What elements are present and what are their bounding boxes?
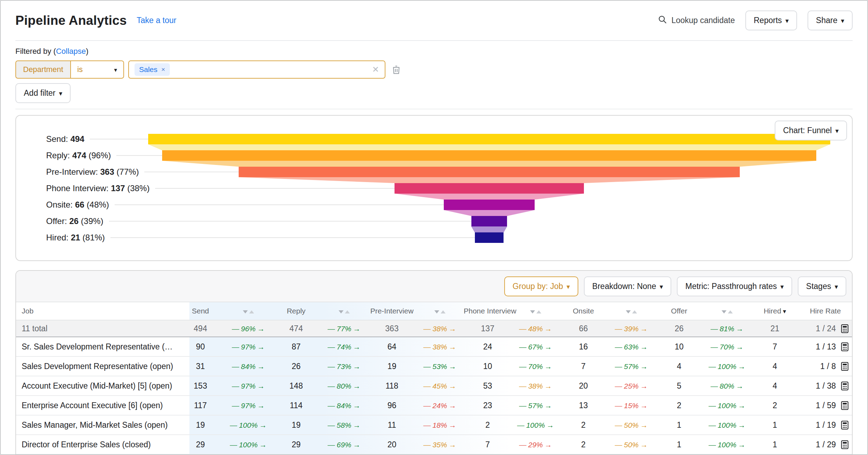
stage-count-cell: 118 — [368, 381, 416, 391]
table-row[interactable]: Director of Enterprise Sales (closed)29—… — [16, 435, 852, 455]
pipeline-table-card: Group by: Job ▾ Breakdown: None ▾ Metric… — [15, 270, 853, 455]
passthrough-cell: —73%→ — [320, 362, 368, 371]
passthrough-cell: —50%→ — [607, 420, 655, 430]
filter-section: Filtered by (Collapse) Department is ▾ S… — [15, 41, 853, 109]
sort-toggle[interactable] — [224, 310, 272, 313]
passthrough-cell: —70%→ — [703, 342, 751, 352]
column-header-hire-rate[interactable]: Hire Rate — [799, 307, 852, 315]
funnel-stage-label: Offer: 26 (39%) — [46, 216, 103, 226]
column-header-job[interactable]: Job — [16, 307, 176, 315]
table-row[interactable]: Enterprise Account Executive [6] (open)1… — [16, 396, 852, 416]
funnel-stage-label: Hired: 21 (81%) — [46, 233, 105, 243]
chevron-down-icon: ▾ — [835, 128, 839, 134]
funnel-bar-offer[interactable] — [471, 216, 507, 226]
calculator-icon[interactable] — [840, 342, 849, 352]
chart-type-dropdown[interactable]: Chart: Funnel ▾ — [775, 121, 847, 140]
filter-value-input[interactable]: Sales × ✕ — [128, 60, 385, 79]
sort-toggle[interactable] — [320, 310, 368, 313]
table-row[interactable]: Sales Manager, Mid-Market Sales (open)19… — [16, 416, 852, 435]
stage-count-cell: 16 — [559, 342, 607, 352]
share-button[interactable]: Share ▾ — [808, 10, 853, 30]
lookup-candidate-button[interactable]: Lookup candidate — [658, 15, 735, 26]
table-row[interactable]: Account Executive (Mid-Market) [5] (open… — [16, 376, 852, 396]
funnel-bar-onsite[interactable] — [444, 200, 535, 210]
column-header-phone-interview[interactable]: Phone Interview — [464, 307, 512, 315]
chevron-down-icon: ▾ — [786, 17, 789, 24]
breakdown-dropdown[interactable]: Breakdown: None ▾ — [584, 276, 671, 296]
passthrough-cell: —38%→ — [416, 342, 464, 352]
leader-line — [155, 188, 395, 189]
calculator-icon[interactable] — [840, 362, 849, 371]
column-header-send[interactable]: Send — [176, 307, 224, 315]
stage-count-cell: 10 — [464, 362, 512, 371]
passthrough-cell: —58%→ — [320, 420, 368, 430]
calculator-icon[interactable] — [840, 381, 849, 391]
delete-filter-button[interactable] — [391, 60, 402, 79]
column-header-onsite[interactable]: Onsite — [559, 307, 607, 315]
sort-toggle[interactable] — [607, 310, 655, 313]
passthrough-cell: —29%→ — [512, 440, 559, 449]
funnel-bar-phone-interview[interactable] — [395, 183, 584, 194]
add-filter-button[interactable]: Add filter ▾ — [15, 83, 71, 103]
calculator-icon[interactable] — [840, 401, 849, 410]
stage-count-cell: 137 — [464, 324, 512, 333]
stages-dropdown[interactable]: Stages ▾ — [798, 276, 846, 296]
funnel-chart-card: Chart: Funnel ▾ Send: 494Reply: 474 (96%… — [15, 115, 853, 261]
filter-operator-dropdown[interactable]: is ▾ — [71, 60, 124, 79]
funnel-label-row: Phone Interview: 137 (38%) — [46, 183, 395, 194]
chevron-down-icon: ▾ — [114, 67, 117, 73]
funnel-bar-reply[interactable] — [162, 150, 817, 161]
collapse-link[interactable]: Collapse — [56, 47, 86, 56]
clear-filter-icon[interactable]: ✕ — [372, 65, 379, 74]
take-a-tour-link[interactable]: Take a tour — [137, 16, 176, 25]
funnel-label-row: Send: 494 — [46, 133, 148, 145]
remove-chip-icon[interactable]: × — [161, 66, 165, 73]
stage-count-cell: 2 — [559, 420, 607, 430]
passthrough-cell: —100%→ — [703, 420, 751, 430]
passthrough-cell: —18%→ — [416, 420, 464, 430]
stage-count-cell: 494 — [176, 324, 224, 333]
column-header-offer[interactable]: Offer — [655, 307, 703, 315]
leader-line — [110, 237, 475, 238]
passthrough-cell: —100%→ — [703, 440, 751, 449]
funnel-bar-send[interactable] — [148, 134, 830, 144]
table-row[interactable]: Sales Development Representative (open)3… — [16, 357, 852, 376]
sort-desc-icon — [434, 310, 439, 313]
column-header-reply[interactable]: Reply — [272, 307, 320, 315]
sort-toggle[interactable] — [416, 310, 464, 313]
sort-asc-icon — [536, 310, 541, 313]
sort-toggle[interactable] — [512, 310, 559, 313]
passthrough-cell: —45%→ — [416, 381, 464, 391]
stage-count-cell: 4 — [655, 362, 703, 371]
stage-count-cell: 4 — [751, 381, 799, 391]
funnel-stage-label: Reply: 474 (96%) — [46, 151, 111, 160]
stage-count-cell: 363 — [368, 324, 416, 333]
hire-rate-cell: 1 / 29 — [799, 440, 852, 449]
filter-field-selector[interactable]: Department — [15, 60, 71, 79]
lookup-candidate-label: Lookup candidate — [671, 16, 735, 25]
calculator-icon[interactable] — [840, 324, 849, 333]
table-total-row[interactable]: 11 total494—96%→474—77%→363—38%→137—48%→… — [16, 320, 852, 337]
reports-button[interactable]: Reports ▾ — [745, 10, 797, 30]
column-header-hired[interactable]: Hired▾ — [751, 307, 799, 315]
leader-line — [90, 139, 148, 139]
calculator-icon[interactable] — [840, 420, 849, 430]
stage-count-cell: 2 — [559, 440, 607, 449]
table-row[interactable]: Sr. Sales Development Representative (op… — [16, 337, 852, 357]
funnel-bar-hired[interactable] — [475, 232, 504, 243]
trash-icon — [391, 64, 402, 75]
passthrough-cell: —69%→ — [320, 440, 368, 449]
calculator-icon[interactable] — [840, 440, 849, 449]
stage-count-cell: 7 — [559, 362, 607, 371]
metric-dropdown[interactable]: Metric: Passthrough rates ▾ — [677, 276, 792, 296]
passthrough-cell: —100%→ — [703, 362, 751, 371]
sort-toggle[interactable] — [703, 310, 751, 313]
table-controls: Group by: Job ▾ Breakdown: None ▾ Metric… — [16, 271, 852, 302]
sort-asc-icon — [345, 310, 350, 313]
column-header-pre-interview[interactable]: Pre-Interview — [368, 307, 416, 315]
funnel-bar-pre-interview[interactable] — [239, 167, 740, 177]
group-by-dropdown[interactable]: Group by: Job ▾ — [504, 276, 578, 296]
passthrough-cell: —100%→ — [224, 440, 272, 449]
passthrough-cell: —77%→ — [320, 324, 368, 333]
passthrough-cell: —48%→ — [512, 324, 559, 333]
